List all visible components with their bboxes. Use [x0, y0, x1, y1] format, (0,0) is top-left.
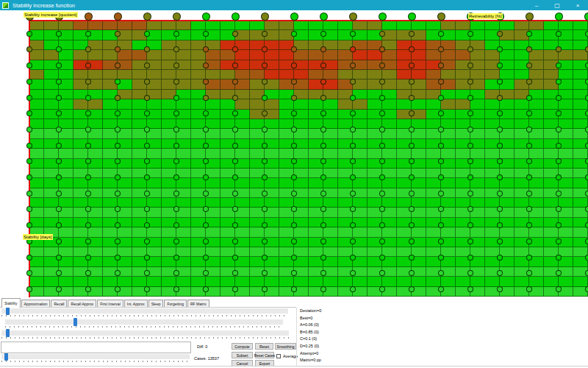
grid-node-icon [85, 174, 91, 180]
compute-button[interactable]: Compute [232, 343, 253, 350]
grid-node-icon [585, 63, 588, 68]
grid-node-icon [526, 174, 532, 180]
heatmap-cell [206, 50, 220, 60]
heatmap-cell [382, 149, 397, 158]
slider-3-thumb[interactable] [6, 329, 10, 337]
heatmap-cell [59, 99, 74, 109]
grid-node-icon [585, 255, 588, 261]
heatmap-cell [353, 178, 368, 188]
grid-node-icon [320, 286, 326, 292]
grid-node-icon [409, 174, 415, 180]
grid-node-icon [173, 238, 179, 244]
heatmap-cell [147, 70, 162, 79]
heatmap-cell [353, 50, 368, 60]
average-checkbox[interactable] [276, 354, 281, 358]
grid-node-icon [173, 286, 179, 292]
grid-node-icon [526, 238, 532, 244]
heatmap-cell [544, 277, 559, 286]
heatmap-cell [368, 227, 382, 237]
slider-3-track[interactable] [1, 330, 289, 336]
grid-node-icon [173, 143, 179, 149]
reset-cases-button[interactable]: Reset Cases [255, 352, 274, 358]
heatmap-cell [265, 227, 279, 237]
heatmap-cell [338, 227, 353, 237]
grid-node-icon [350, 31, 356, 37]
slider-2-thumb[interactable] [74, 318, 77, 326]
heatmap-cell [397, 21, 412, 30]
heatmap-cell [279, 21, 294, 30]
grid-node-icon [115, 286, 121, 292]
slider-1-track[interactable] [1, 308, 288, 314]
heatmap-cell [573, 277, 588, 286]
heatmap-cell [88, 227, 103, 237]
heatmap-cell [88, 178, 103, 188]
heatmap-cell [500, 70, 514, 79]
grid-node-icon [497, 143, 503, 149]
heatmap-cell [265, 99, 279, 109]
heatmap-cell [59, 70, 74, 79]
smoothing-button[interactable]: Smoothing [275, 343, 296, 350]
minimize-icon[interactable]: – [526, 0, 547, 10]
reset-button[interactable]: Reset [255, 343, 273, 350]
grid-node-icon [497, 95, 503, 101]
grid-node-icon [585, 110, 588, 116]
heatmap-cell [323, 178, 338, 188]
stability-matrix-heatmap[interactable] [29, 21, 588, 297]
heatmap-cell [74, 21, 88, 30]
subset-button[interactable]: Subset [232, 352, 253, 358]
tab-stability[interactable]: Stability [1, 298, 21, 308]
heatmap-cell [470, 227, 485, 237]
grid-node-icon [290, 13, 298, 21]
grid-node-icon [349, 13, 357, 21]
heatmap-cell [338, 70, 353, 79]
restore-icon[interactable]: ▢ [547, 0, 567, 10]
grid-node-icon [555, 13, 563, 21]
grid-node-icon [409, 286, 415, 292]
heatmap-cell [59, 50, 74, 60]
heatmap-cell [544, 70, 559, 79]
heatmap-cell [470, 178, 485, 188]
heatmap-cell [147, 227, 162, 237]
grid-node-icon [497, 238, 503, 244]
heatmap-cell [412, 70, 426, 79]
heatmap-cell [132, 227, 147, 237]
heatmap-cell [220, 70, 235, 79]
heatmap-cell [529, 50, 544, 60]
slider-2-track[interactable] [5, 319, 283, 325]
grid-node-icon [26, 31, 32, 37]
grid-node-icon [350, 127, 356, 132]
grid-node-icon [585, 270, 588, 276]
heatmap-cell [382, 99, 397, 109]
stat-line: Matrix=0 pp [300, 357, 321, 364]
heatmap-cell [323, 21, 338, 30]
heatmap-cell [529, 149, 544, 158]
grid-node-icon [291, 255, 297, 261]
grid-node-icon [143, 13, 151, 21]
cases-slider-thumb[interactable] [4, 353, 8, 361]
stat-line: Best=0 [300, 315, 321, 322]
stat-line: Attempt=0 [300, 350, 321, 358]
parameter-stats: Deviation=0Best=0A=0.06 (0)B=0.85 (0)C=0… [300, 308, 321, 364]
heatmap-cell [294, 70, 309, 79]
grid-node-icon [526, 95, 532, 101]
heatmap-cell [29, 50, 44, 60]
cases-slider-track[interactable] [1, 354, 190, 359]
close-icon[interactable]: × [567, 0, 588, 10]
grid-node-icon [115, 238, 121, 244]
slider-1-thumb[interactable] [6, 307, 10, 315]
heatmap-cell [162, 70, 176, 79]
grid-node-icon [409, 238, 415, 244]
heatmap-cell [132, 21, 147, 30]
grid-node-icon [556, 174, 562, 180]
grid-node-icon [526, 255, 532, 261]
heatmap-cell [74, 99, 88, 109]
heatmap-cell [485, 21, 500, 30]
grid-node-icon [379, 95, 385, 101]
heatmap-cell [176, 70, 191, 79]
grid-node-icon [556, 95, 562, 101]
grid-node-icon [409, 31, 415, 37]
heatmap-cell [470, 277, 485, 286]
heatmap-cell [485, 70, 500, 79]
heatmap-cell [176, 227, 191, 237]
heatmap-cell [235, 178, 250, 188]
